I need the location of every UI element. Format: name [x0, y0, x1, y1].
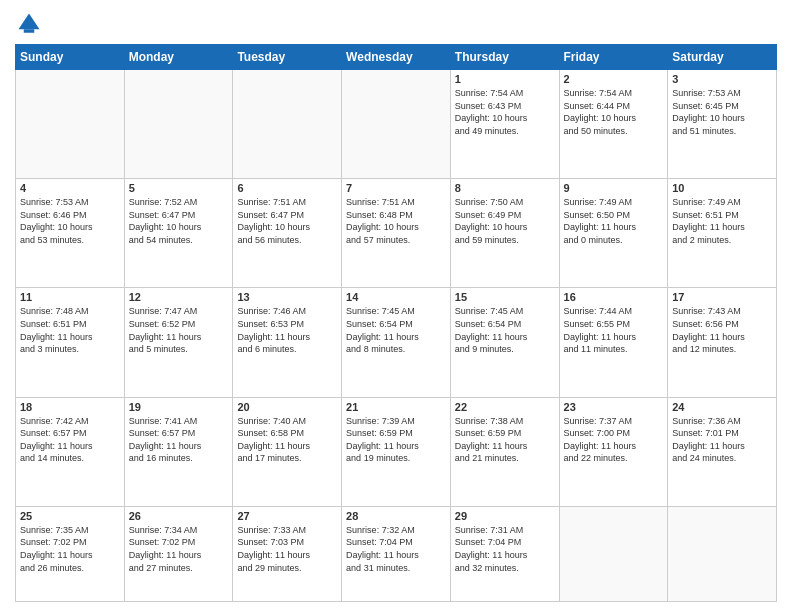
calendar-cell: 12Sunrise: 7:47 AM Sunset: 6:52 PM Dayli…: [124, 288, 233, 397]
col-header-sunday: Sunday: [16, 45, 125, 70]
calendar-cell: 29Sunrise: 7:31 AM Sunset: 7:04 PM Dayli…: [450, 506, 559, 601]
day-info: Sunrise: 7:37 AM Sunset: 7:00 PM Dayligh…: [564, 415, 664, 465]
calendar-cell: 27Sunrise: 7:33 AM Sunset: 7:03 PM Dayli…: [233, 506, 342, 601]
day-info: Sunrise: 7:53 AM Sunset: 6:45 PM Dayligh…: [672, 87, 772, 137]
calendar-week-3: 11Sunrise: 7:48 AM Sunset: 6:51 PM Dayli…: [16, 288, 777, 397]
day-number: 25: [20, 510, 120, 522]
col-header-tuesday: Tuesday: [233, 45, 342, 70]
calendar-cell: 8Sunrise: 7:50 AM Sunset: 6:49 PM Daylig…: [450, 179, 559, 288]
day-info: Sunrise: 7:51 AM Sunset: 6:47 PM Dayligh…: [237, 196, 337, 246]
calendar-cell: 3Sunrise: 7:53 AM Sunset: 6:45 PM Daylig…: [668, 70, 777, 179]
calendar-week-4: 18Sunrise: 7:42 AM Sunset: 6:57 PM Dayli…: [16, 397, 777, 506]
calendar-header-row: SundayMondayTuesdayWednesdayThursdayFrid…: [16, 45, 777, 70]
calendar-cell: 11Sunrise: 7:48 AM Sunset: 6:51 PM Dayli…: [16, 288, 125, 397]
calendar-week-1: 1Sunrise: 7:54 AM Sunset: 6:43 PM Daylig…: [16, 70, 777, 179]
svg-rect-1: [24, 29, 35, 33]
day-info: Sunrise: 7:41 AM Sunset: 6:57 PM Dayligh…: [129, 415, 229, 465]
day-info: Sunrise: 7:44 AM Sunset: 6:55 PM Dayligh…: [564, 305, 664, 355]
calendar-cell: 28Sunrise: 7:32 AM Sunset: 7:04 PM Dayli…: [342, 506, 451, 601]
calendar-cell: 7Sunrise: 7:51 AM Sunset: 6:48 PM Daylig…: [342, 179, 451, 288]
day-info: Sunrise: 7:32 AM Sunset: 7:04 PM Dayligh…: [346, 524, 446, 574]
calendar-cell: 15Sunrise: 7:45 AM Sunset: 6:54 PM Dayli…: [450, 288, 559, 397]
calendar-cell: 5Sunrise: 7:52 AM Sunset: 6:47 PM Daylig…: [124, 179, 233, 288]
header: [15, 10, 777, 38]
calendar-cell: 17Sunrise: 7:43 AM Sunset: 6:56 PM Dayli…: [668, 288, 777, 397]
day-number: 7: [346, 182, 446, 194]
col-header-thursday: Thursday: [450, 45, 559, 70]
day-number: 6: [237, 182, 337, 194]
day-number: 12: [129, 291, 229, 303]
calendar-cell: [668, 506, 777, 601]
calendar-cell: [559, 506, 668, 601]
day-info: Sunrise: 7:33 AM Sunset: 7:03 PM Dayligh…: [237, 524, 337, 574]
day-number: 28: [346, 510, 446, 522]
day-info: Sunrise: 7:42 AM Sunset: 6:57 PM Dayligh…: [20, 415, 120, 465]
day-info: Sunrise: 7:34 AM Sunset: 7:02 PM Dayligh…: [129, 524, 229, 574]
calendar-cell: 9Sunrise: 7:49 AM Sunset: 6:50 PM Daylig…: [559, 179, 668, 288]
calendar-cell: 18Sunrise: 7:42 AM Sunset: 6:57 PM Dayli…: [16, 397, 125, 506]
day-number: 26: [129, 510, 229, 522]
day-info: Sunrise: 7:54 AM Sunset: 6:43 PM Dayligh…: [455, 87, 555, 137]
day-number: 17: [672, 291, 772, 303]
day-number: 19: [129, 401, 229, 413]
day-info: Sunrise: 7:54 AM Sunset: 6:44 PM Dayligh…: [564, 87, 664, 137]
calendar-cell: [124, 70, 233, 179]
day-info: Sunrise: 7:49 AM Sunset: 6:51 PM Dayligh…: [672, 196, 772, 246]
calendar-cell: 21Sunrise: 7:39 AM Sunset: 6:59 PM Dayli…: [342, 397, 451, 506]
col-header-friday: Friday: [559, 45, 668, 70]
calendar-cell: [16, 70, 125, 179]
calendar-cell: 14Sunrise: 7:45 AM Sunset: 6:54 PM Dayli…: [342, 288, 451, 397]
calendar-cell: 20Sunrise: 7:40 AM Sunset: 6:58 PM Dayli…: [233, 397, 342, 506]
logo-icon: [15, 10, 43, 38]
day-info: Sunrise: 7:51 AM Sunset: 6:48 PM Dayligh…: [346, 196, 446, 246]
day-info: Sunrise: 7:46 AM Sunset: 6:53 PM Dayligh…: [237, 305, 337, 355]
col-header-saturday: Saturday: [668, 45, 777, 70]
calendar-cell: 22Sunrise: 7:38 AM Sunset: 6:59 PM Dayli…: [450, 397, 559, 506]
calendar-cell: 13Sunrise: 7:46 AM Sunset: 6:53 PM Dayli…: [233, 288, 342, 397]
calendar-cell: 25Sunrise: 7:35 AM Sunset: 7:02 PM Dayli…: [16, 506, 125, 601]
day-number: 16: [564, 291, 664, 303]
day-number: 29: [455, 510, 555, 522]
day-number: 8: [455, 182, 555, 194]
calendar-cell: 16Sunrise: 7:44 AM Sunset: 6:55 PM Dayli…: [559, 288, 668, 397]
page: SundayMondayTuesdayWednesdayThursdayFrid…: [0, 0, 792, 612]
day-info: Sunrise: 7:47 AM Sunset: 6:52 PM Dayligh…: [129, 305, 229, 355]
day-number: 2: [564, 73, 664, 85]
day-number: 14: [346, 291, 446, 303]
day-number: 13: [237, 291, 337, 303]
day-info: Sunrise: 7:31 AM Sunset: 7:04 PM Dayligh…: [455, 524, 555, 574]
day-info: Sunrise: 7:49 AM Sunset: 6:50 PM Dayligh…: [564, 196, 664, 246]
day-info: Sunrise: 7:36 AM Sunset: 7:01 PM Dayligh…: [672, 415, 772, 465]
svg-marker-0: [19, 14, 40, 30]
day-number: 4: [20, 182, 120, 194]
col-header-monday: Monday: [124, 45, 233, 70]
col-header-wednesday: Wednesday: [342, 45, 451, 70]
calendar-cell: 24Sunrise: 7:36 AM Sunset: 7:01 PM Dayli…: [668, 397, 777, 506]
day-number: 10: [672, 182, 772, 194]
day-number: 15: [455, 291, 555, 303]
calendar-cell: [233, 70, 342, 179]
calendar-cell: 2Sunrise: 7:54 AM Sunset: 6:44 PM Daylig…: [559, 70, 668, 179]
day-info: Sunrise: 7:39 AM Sunset: 6:59 PM Dayligh…: [346, 415, 446, 465]
day-number: 21: [346, 401, 446, 413]
day-number: 18: [20, 401, 120, 413]
calendar-cell: 6Sunrise: 7:51 AM Sunset: 6:47 PM Daylig…: [233, 179, 342, 288]
calendar-week-5: 25Sunrise: 7:35 AM Sunset: 7:02 PM Dayli…: [16, 506, 777, 601]
calendar-cell: 19Sunrise: 7:41 AM Sunset: 6:57 PM Dayli…: [124, 397, 233, 506]
day-number: 20: [237, 401, 337, 413]
calendar-cell: [342, 70, 451, 179]
calendar-week-2: 4Sunrise: 7:53 AM Sunset: 6:46 PM Daylig…: [16, 179, 777, 288]
day-number: 22: [455, 401, 555, 413]
calendar: SundayMondayTuesdayWednesdayThursdayFrid…: [15, 44, 777, 602]
calendar-cell: 1Sunrise: 7:54 AM Sunset: 6:43 PM Daylig…: [450, 70, 559, 179]
calendar-cell: 26Sunrise: 7:34 AM Sunset: 7:02 PM Dayli…: [124, 506, 233, 601]
day-number: 5: [129, 182, 229, 194]
day-info: Sunrise: 7:40 AM Sunset: 6:58 PM Dayligh…: [237, 415, 337, 465]
day-info: Sunrise: 7:52 AM Sunset: 6:47 PM Dayligh…: [129, 196, 229, 246]
day-info: Sunrise: 7:35 AM Sunset: 7:02 PM Dayligh…: [20, 524, 120, 574]
day-info: Sunrise: 7:43 AM Sunset: 6:56 PM Dayligh…: [672, 305, 772, 355]
day-info: Sunrise: 7:48 AM Sunset: 6:51 PM Dayligh…: [20, 305, 120, 355]
day-number: 11: [20, 291, 120, 303]
calendar-cell: 23Sunrise: 7:37 AM Sunset: 7:00 PM Dayli…: [559, 397, 668, 506]
day-info: Sunrise: 7:53 AM Sunset: 6:46 PM Dayligh…: [20, 196, 120, 246]
